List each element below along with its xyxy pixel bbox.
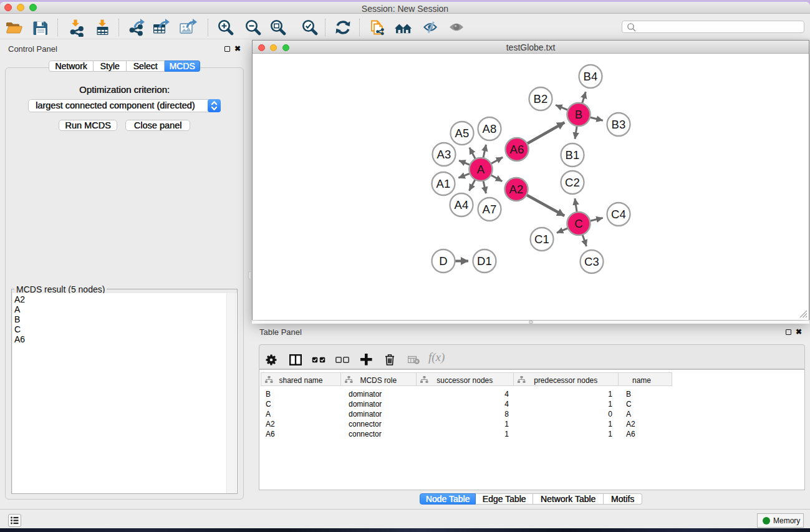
svg-text:A: A [477,162,485,175]
svg-text:A8: A8 [482,122,496,135]
svg-text:C4: C4 [611,207,626,220]
svg-text:A6: A6 [509,142,524,155]
svg-text:D1: D1 [477,254,492,267]
svg-text:C2: C2 [565,175,580,188]
svg-text:B3: B3 [611,117,625,130]
svg-text:A7: A7 [482,202,496,215]
svg-text:B: B [575,107,583,120]
svg-text:A2: A2 [509,182,523,195]
svg-text:D: D [439,254,448,267]
svg-text:B2: B2 [533,92,547,105]
svg-text:A1: A1 [436,177,450,190]
svg-text:B1: B1 [565,148,579,161]
svg-text:C: C [574,216,583,230]
svg-text:C1: C1 [534,232,549,245]
svg-text:A3: A3 [436,147,451,160]
svg-text:C3: C3 [584,254,599,268]
svg-text:A5: A5 [455,126,469,139]
svg-text:B4: B4 [583,69,597,82]
svg-text:A4: A4 [454,198,468,211]
